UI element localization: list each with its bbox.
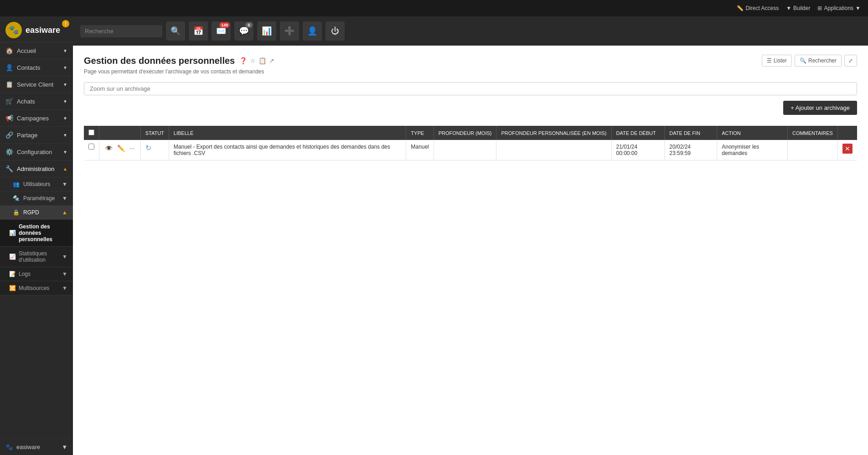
search-view-button[interactable]: 🔍 Rechercher xyxy=(795,55,842,67)
more-icon-btn[interactable]: ··· xyxy=(129,144,136,153)
sidebar-footer-easiware[interactable]: 🐾 easiware ▼ xyxy=(0,439,73,455)
sidebar-item-parametrage[interactable]: 🔩 Paramétrage ▼ xyxy=(0,191,73,206)
filter-badge: 0 xyxy=(245,22,253,28)
help-icon[interactable]: ❓ xyxy=(239,57,247,64)
row-checkbox[interactable] xyxy=(88,144,94,150)
sidebar-item-configuration[interactable]: ⚙️ Configuration ▼ xyxy=(0,144,73,160)
page-subtitle: Page vous permettant d'exécuter l'archiv… xyxy=(84,68,857,75)
partage-chevron: ▼ xyxy=(63,133,67,138)
sidebar-item-utilisateurs[interactable]: 👥 Utilisateurs ▼ xyxy=(0,177,73,191)
copy-icon[interactable]: 📋 xyxy=(258,57,266,64)
easiware-footer-label: easiware xyxy=(16,444,40,450)
search-toolbar-button[interactable]: 🔍 xyxy=(166,21,185,41)
view-icon-btn[interactable]: 👁️ xyxy=(104,144,114,153)
col-action: ACTION xyxy=(717,126,788,140)
sidebar-item-multisources[interactable]: 🔀 Multisources ▼ xyxy=(0,281,73,295)
col-profondeur-perso: PROFONDEUR PERSONNALISÉE (EN MOIS) xyxy=(496,126,611,140)
sidebar-item-achats[interactable]: 🛒 Achats ▼ xyxy=(0,93,73,110)
row-libelle: Manuel - Export des contacts ainsi que d… xyxy=(169,140,406,160)
row-date-debut: 21/01/24 00:00:00 xyxy=(611,140,665,160)
delete-row-button[interactable]: ✕ xyxy=(842,144,852,154)
messages-badge: 149 xyxy=(219,22,230,28)
content-area: 🔍 📅 ✉️ 149 💬 0 📊 ➕ 👤 ⏻ Gestion des donné… xyxy=(73,16,868,455)
messages-button[interactable]: ✉️ 149 xyxy=(212,21,231,41)
search-button-label: Rechercher xyxy=(808,57,837,64)
col-checkbox xyxy=(84,126,99,140)
user-button[interactable]: 👤 xyxy=(303,21,322,41)
calendar-button[interactable]: 📅 xyxy=(189,21,208,41)
zoom-filter-input[interactable] xyxy=(84,82,857,95)
add-button[interactable]: ➕ xyxy=(280,21,299,41)
contacts-icon: 👤 xyxy=(5,64,13,71)
filter-button[interactable]: 💬 0 xyxy=(234,21,253,41)
achats-chevron: ▼ xyxy=(63,99,67,104)
parametrage-icon: 🔩 xyxy=(13,195,20,202)
sidebar-item-partage[interactable]: 🔗 Partage ▼ xyxy=(0,127,73,144)
sidebar-item-rgpd[interactable]: 🔒 RGPD ▲ xyxy=(0,206,73,220)
rgpd-icon: 🔒 xyxy=(13,209,20,216)
sidebar-item-campagnes[interactable]: 📢 Campagnes ▼ xyxy=(0,110,73,127)
direct-access-icon: ✏️ xyxy=(737,5,744,11)
list-view-button[interactable]: ☰ Lister xyxy=(762,55,792,67)
gestion-donnees-label: Gestion des données personnelles xyxy=(19,223,67,243)
sidebar-item-statistiques[interactable]: 📈 Statistiques d'utilisation ▼ xyxy=(0,247,73,267)
sidebar-item-service-client[interactable]: 📋 Service Client ▼ xyxy=(0,76,73,93)
topbar: ✏️ Direct Access ▼ Builder ⊞ Application… xyxy=(0,0,868,16)
contacts-label: Contacts xyxy=(17,64,40,71)
sidebar-item-administration[interactable]: 🔧 Administration ▲ xyxy=(0,160,73,177)
chart-button[interactable]: 📊 xyxy=(257,21,276,41)
parametrage-label: Paramétrage xyxy=(23,195,55,202)
utilisateurs-icon: 👥 xyxy=(13,181,20,187)
row-checkbox-cell xyxy=(84,140,99,160)
add-archivage-label: + Ajouter un archivage xyxy=(790,104,850,111)
administration-label: Administration xyxy=(17,165,54,172)
sidebar-item-accueil[interactable]: 🏠 Accueil ▼ xyxy=(0,42,73,59)
col-type: TYPE xyxy=(406,126,434,140)
share-icon[interactable]: ↗ xyxy=(269,57,274,64)
select-all-checkbox[interactable] xyxy=(88,129,94,135)
direct-access-btn[interactable]: ✏️ Direct Access xyxy=(737,5,779,11)
easiware-footer-chevron: ▼ xyxy=(62,444,67,450)
campagnes-chevron: ▼ xyxy=(63,116,67,121)
row-date-fin: 20/02/24 23:59:59 xyxy=(665,140,717,160)
logs-icon: 📝 xyxy=(9,271,16,277)
spinner-icon: ↻ xyxy=(145,144,151,152)
sidebar-item-gestion-donnees[interactable]: 📊 Gestion des données personnelles xyxy=(0,220,73,247)
logs-label: Logs xyxy=(19,271,62,277)
logo-text: easiware xyxy=(26,26,60,35)
easiware-footer-icon: 🐾 xyxy=(5,444,13,450)
sidebar-item-contacts[interactable]: 👤 Contacts ▼ xyxy=(0,59,73,76)
administration-chevron: ▲ xyxy=(63,166,67,171)
applications-btn[interactable]: ⊞ Applications ▼ xyxy=(817,5,861,11)
administration-icon: 🔧 xyxy=(5,165,13,172)
sidebar-item-logs[interactable]: 📝 Logs ▼ xyxy=(0,267,73,281)
accueil-chevron: ▼ xyxy=(63,48,67,53)
expand-button[interactable]: ⤢ xyxy=(844,55,857,67)
row-action-icons: 👁️ ✏️ ··· xyxy=(99,140,141,160)
multisources-icon: 🔀 xyxy=(9,285,16,291)
sidebar-logo: 🐾 easiware ! xyxy=(0,16,73,42)
expand-icon: ⤢ xyxy=(848,57,853,64)
achats-icon: 🛒 xyxy=(5,98,13,105)
add-archivage-button[interactable]: + Ajouter un archivage xyxy=(783,101,857,115)
accueil-label: Accueil xyxy=(17,47,36,54)
page-content: Gestion des données personnelles ❓ ☆ 📋 ↗… xyxy=(73,46,868,455)
power-button[interactable]: ⏻ xyxy=(326,21,345,41)
star-icon[interactable]: ☆ xyxy=(250,57,256,64)
col-date-debut: DATE DE DÉBUT xyxy=(611,126,665,140)
builder-btn[interactable]: ▼ Builder xyxy=(786,5,810,11)
multisources-label: Multisources xyxy=(19,285,62,291)
archivage-table: STATUT LIBELLÉ TYPE PROFONDEUR (MOIS) PR… xyxy=(84,126,857,160)
edit-icon-btn[interactable]: ✏️ xyxy=(116,144,126,153)
builder-label: Builder xyxy=(793,5,810,11)
utilisateurs-chevron: ▼ xyxy=(62,181,67,187)
search-input[interactable] xyxy=(80,25,162,37)
direct-access-label: Direct Access xyxy=(745,5,779,11)
row-commentaires xyxy=(787,140,837,160)
table-row: 👁️ ✏️ ··· ↻ Manuel - Export des contacts… xyxy=(84,140,857,160)
col-statut: STATUT xyxy=(140,126,169,140)
logo-icon: 🐾 xyxy=(5,22,22,38)
col-libelle: LIBELLÉ xyxy=(169,126,406,140)
page-title: Gestion des données personnelles xyxy=(84,56,235,66)
rgpd-chevron: ▲ xyxy=(62,209,67,216)
